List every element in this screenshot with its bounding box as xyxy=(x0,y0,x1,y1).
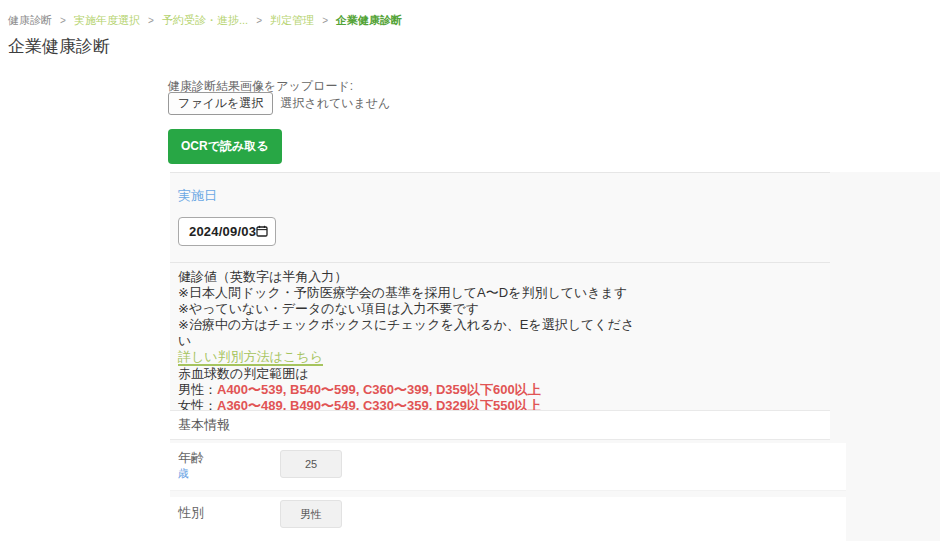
notes-title: 健診値（英数字は半角入力） xyxy=(178,269,830,285)
file-select-button[interactable]: ファイルを選択 xyxy=(168,92,273,115)
breadcrumb-separator: > xyxy=(256,15,262,26)
breadcrumb-item-current-corporate-checkup: 企業健康診断 xyxy=(336,14,402,26)
date-value: 2024/09/03 xyxy=(189,224,256,239)
age-input[interactable]: 25 xyxy=(280,450,342,478)
breadcrumb-item-health-check: 健康診断 xyxy=(8,14,52,26)
ocr-read-button[interactable]: OCRで読み取る xyxy=(168,129,282,164)
age-label: 年齢 xyxy=(178,449,204,467)
notes-line-no-data: ※やっていない・データのない項目は入力不要です xyxy=(178,301,830,317)
male-prefix: 男性： xyxy=(178,382,217,397)
no-file-selected-text: 選択されていません xyxy=(280,95,390,112)
breadcrumb-item-judgement-management[interactable]: 判定管理 xyxy=(270,14,314,26)
rbc-range-title: 赤血球数の判定範囲は xyxy=(178,366,830,382)
male-range-values: A400〜539, B540〜599, C360〜399, D359以下600以… xyxy=(217,382,541,397)
breadcrumb-separator: > xyxy=(322,15,328,26)
date-section-label: 実施日 xyxy=(178,187,830,205)
notes-line-treatment: ※治療中の方はチェックボックスにチェックを入れるか、Eを選択してくださ い xyxy=(178,317,830,349)
page-title: 企業健康診断 xyxy=(8,35,110,58)
rbc-range-male: 男性：A400〜539, B540〜599, C360〜399, D359以下6… xyxy=(178,382,830,398)
date-input[interactable]: 2024/09/03 xyxy=(178,217,276,246)
breadcrumb-separator: > xyxy=(148,15,154,26)
gender-row: 性別 男性 xyxy=(170,497,846,541)
checkup-values-notes-section: 健診値（英数字は半角入力） ※日本人間ドック・予防医療学会の基準を採用してA〜D… xyxy=(170,262,830,410)
breadcrumb-item-year-select[interactable]: 実施年度選択 xyxy=(74,14,140,26)
age-unit-label: 歳 xyxy=(178,466,189,481)
date-section: 実施日 2024/09/03 xyxy=(170,172,830,262)
notes-line-standard: ※日本人間ドック・予防医療学会の基準を採用してA〜Dを判別していきます xyxy=(178,285,830,301)
basic-info-section-header: 基本情報 xyxy=(170,410,830,440)
file-input-row: ファイルを選択 選択されていません xyxy=(168,92,390,115)
age-row: 年齢 歳 25 xyxy=(170,443,846,491)
breadcrumb: 健康診断 > 実施年度選択 > 予約受診・進捗... > 判定管理 > 企業健康… xyxy=(8,13,402,28)
breadcrumb-separator: > xyxy=(60,15,66,26)
judgement-method-link[interactable]: 詳しい判別方法はこちら xyxy=(178,350,323,366)
gender-label: 性別 xyxy=(178,504,204,522)
gender-input[interactable]: 男性 xyxy=(280,500,342,528)
breadcrumb-item-reservation-progress[interactable]: 予約受診・進捗... xyxy=(162,14,248,26)
calendar-icon xyxy=(256,223,268,241)
